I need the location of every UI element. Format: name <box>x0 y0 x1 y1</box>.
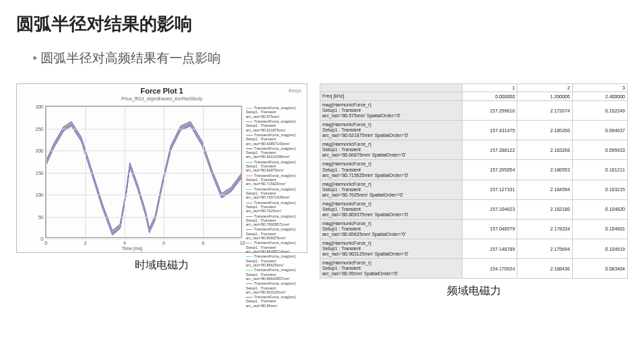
table-row: mag(HarmonicForce_r)Setup1 : Transientar… <box>320 140 628 160</box>
chart-subtitle: Prius_fft2d_objectbased_ArcRadStudy <box>17 96 307 101</box>
table-cell: 157.431475 <box>463 121 517 140</box>
slide: 圆弧半径对结果的影响 圆弧半径对高频结果有一点影响 Force Plot 1 P… <box>0 0 644 362</box>
table-cell: 0.104820 <box>572 199 627 219</box>
table-cell: 2.185260 <box>517 121 572 140</box>
slide-title: 圆弧半径对结果的影响 <box>16 12 628 36</box>
legend-swatch <box>246 162 253 163</box>
row-label: mag(HarmonicForce_r)Setup1 : Transientar… <box>320 101 463 121</box>
ytick: 300 <box>31 104 43 109</box>
row-label: mag(HarmonicForce_r)Setup1 : Transientar… <box>320 140 463 160</box>
left-column: Force Plot 1 Prius_fft2d_objectbased_Arc… <box>16 83 307 273</box>
legend-swatch <box>246 176 253 176</box>
xtick: 2 <box>84 241 87 245</box>
plot-area: 0246810050100150200250300 <box>45 106 242 238</box>
table-cell: 157.104623 <box>463 199 517 219</box>
legend-item: TransientForce_mag(arc)Setup1 : Transien… <box>246 174 304 186</box>
right-column: 123Freq [kHz]0.0000001.2000002.400000mag… <box>320 83 628 298</box>
legend-swatch <box>246 135 253 136</box>
legend-swatch <box>246 216 253 217</box>
chart-title: Force Plot 1 <box>17 87 307 95</box>
table-cell: 157.148789 <box>463 239 517 259</box>
ytick: 100 <box>31 193 43 197</box>
legend-swatch <box>246 270 253 270</box>
chart-curves <box>46 106 241 237</box>
legend-item: TransientForce_mag(arc)Setup1 : Transien… <box>246 214 304 227</box>
legend-item: TransientForce_mag(arc)Setup1 : Transien… <box>246 241 304 254</box>
series-line <box>46 125 241 235</box>
xtick: 10 <box>240 241 245 245</box>
chart-legend: TransientForce_mag(arc)Setup1 : Transien… <box>246 106 304 308</box>
freq-value: 2.400000 <box>572 92 627 101</box>
legend-item: TransientForce_mag(arc)Setup1 : Transien… <box>246 146 304 159</box>
row-label: mag(HarmonicForce_r)Setup1 : Transientar… <box>320 160 463 180</box>
chart-xlabel: Time [ms] <box>17 246 247 251</box>
row-label: mag(HarmonicForce_r)Setup1 : Transientar… <box>320 199 463 219</box>
freq-value: 1.200000 <box>517 92 572 101</box>
ytick: 0 <box>31 237 43 241</box>
table-cell: 0.101211 <box>572 160 627 180</box>
ytick: 150 <box>31 170 43 175</box>
legend-swatch <box>246 148 253 149</box>
table-cell: 0.094637 <box>572 121 627 140</box>
ytick: 50 <box>31 214 43 219</box>
table-row: mag(HarmonicForce_r)Setup1 : Transientar… <box>320 160 628 180</box>
legend-item: TransientForce_mag(arc)Setup1 : Transien… <box>246 201 304 214</box>
col-header: 2 <box>517 84 572 92</box>
legend-swatch <box>246 108 253 108</box>
legend-item: TransientForce_mag(arc)Setup1 : Transien… <box>246 187 304 200</box>
row-label: mag(HarmonicForce_r)Setup1 : Transientar… <box>320 180 463 199</box>
legend-item: TransientForce_mag(arc)Setup1 : Transien… <box>246 295 304 308</box>
table-cell: 2.172674 <box>517 101 572 121</box>
series-line <box>46 122 241 231</box>
freq-value: 0.000000 <box>463 92 517 101</box>
frequency-table: 123Freq [kHz]0.0000001.2000002.400000mag… <box>320 83 628 279</box>
legend-swatch <box>246 256 253 257</box>
table-row: mag(HarmonicForce_r)Setup1 : Transientar… <box>320 180 628 199</box>
series-line <box>46 121 241 230</box>
row-label: mag(HarmonicForce_r)Setup1 : Transientar… <box>320 259 463 279</box>
table-cell: 157.295054 <box>463 160 517 180</box>
table-row: mag(HarmonicForce_r)Setup1 : Transientar… <box>320 101 628 121</box>
legend-swatch <box>246 297 253 298</box>
xtick: 4 <box>123 241 126 245</box>
legend-swatch <box>246 121 253 122</box>
series-line <box>46 125 241 234</box>
table-cell: 157.299616 <box>463 101 517 121</box>
table-cell: 2.175694 <box>517 239 572 259</box>
legend-item: TransientForce_mag(arc)Setup1 : Transien… <box>246 160 304 173</box>
table-cell: 157.288122 <box>463 140 517 160</box>
right-caption: 频域电磁力 <box>320 284 628 298</box>
table-cell: 2.184594 <box>517 180 572 199</box>
series-line <box>46 122 241 231</box>
legend-item: TransientForce_mag(arc)Setup1 : Transien… <box>246 281 304 294</box>
legend-item: TransientForce_mag(arc)Setup1 : Transien… <box>246 268 304 281</box>
bullet-point: 圆弧半径对高频结果有一点影响 <box>33 49 628 67</box>
row-label: mag(HarmonicForce_r)Setup1 : Transientar… <box>320 121 463 140</box>
legend-swatch <box>246 243 253 243</box>
chart-watermark: Ansys <box>288 88 301 93</box>
table-cell: 0.103215 <box>572 180 627 199</box>
table-row: mag(HarmonicForce_r)Setup1 : Transientar… <box>320 239 628 259</box>
legend-swatch <box>246 203 253 203</box>
ytick: 200 <box>31 148 43 153</box>
table-cell: 0.102249 <box>572 101 627 121</box>
content-row: Force Plot 1 Prius_fft2d_objectbased_Arc… <box>16 83 628 298</box>
legend-swatch <box>246 189 253 190</box>
xtick: 6 <box>163 241 165 245</box>
series-line <box>46 123 241 233</box>
table-cell: 157.127331 <box>463 180 517 199</box>
series-line <box>46 125 241 235</box>
table-cell: 157.048579 <box>463 219 517 239</box>
xtick: 0 <box>45 241 47 245</box>
table-cell: 0.104601 <box>572 219 627 239</box>
col-header: 3 <box>572 84 627 92</box>
table-row: mag(HarmonicForce_r)Setup1 : Transientar… <box>320 219 628 239</box>
table-row: mag(HarmonicForce_r)Setup1 : Transientar… <box>320 259 628 279</box>
row-label: mag(HarmonicForce_r)Setup1 : Transientar… <box>320 219 463 239</box>
series-line <box>46 123 241 232</box>
table-cell: 0.095933 <box>572 140 627 160</box>
table-cell: 2.188436 <box>517 259 572 279</box>
legend-item: TransientForce_mag(arc)Setup1 : Transien… <box>246 227 304 240</box>
legend-swatch <box>246 283 253 284</box>
series-line <box>46 123 241 232</box>
